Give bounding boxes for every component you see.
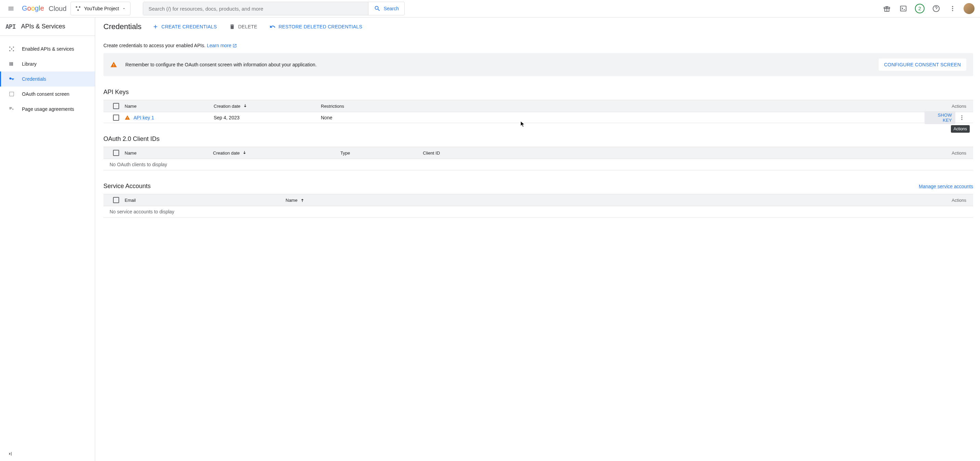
search-input[interactable] bbox=[143, 2, 368, 15]
sidebar-item-credentials[interactable]: Credentials bbox=[0, 71, 95, 87]
column-header-actions: Actions bbox=[924, 198, 969, 203]
svg-point-21 bbox=[961, 117, 963, 118]
select-all-checkbox[interactable] bbox=[113, 103, 119, 109]
empty-state: No OAuth clients to display bbox=[103, 159, 973, 170]
notifications-badge[interactable]: 2 bbox=[913, 2, 927, 15]
logo-cloud-text: Cloud bbox=[49, 5, 67, 13]
cloud-shell-icon[interactable] bbox=[896, 2, 910, 15]
search-bar[interactable]: Search bbox=[143, 2, 405, 15]
api-keys-table: Name Creation date Restrictions Actions … bbox=[103, 100, 973, 123]
sidebar-title: APIs & Services bbox=[21, 23, 65, 30]
library-icon bbox=[8, 61, 15, 67]
sidebar-item-label: Credentials bbox=[22, 76, 46, 82]
sidebar-item-library[interactable]: Library bbox=[0, 56, 95, 71]
search-button-label: Search bbox=[383, 6, 399, 11]
section-title-service-accounts: Service Accounts bbox=[103, 183, 151, 190]
section-title-api-keys: API Keys bbox=[103, 89, 973, 96]
column-header-client-id[interactable]: Client ID bbox=[423, 150, 924, 155]
key-icon bbox=[8, 76, 15, 82]
collapse-sidebar-button[interactable] bbox=[7, 451, 13, 457]
svg-point-14 bbox=[9, 50, 10, 51]
consent-banner: Remember to configure the OAuth consent … bbox=[103, 53, 973, 76]
svg-point-11 bbox=[11, 49, 12, 49]
svg-point-22 bbox=[961, 119, 963, 120]
column-header-actions: Actions bbox=[924, 104, 969, 109]
column-header-name[interactable]: Name bbox=[286, 197, 924, 203]
manage-service-accounts-link[interactable]: Manage service accounts bbox=[919, 184, 973, 189]
svg-rect-17 bbox=[11, 62, 12, 66]
svg-point-9 bbox=[952, 8, 953, 9]
intro-text: Create credentials to access your enable… bbox=[103, 36, 973, 53]
action-label: DELETE bbox=[238, 24, 257, 29]
row-actions-menu[interactable] bbox=[958, 113, 966, 122]
oauth-table: Name Creation date Type Client ID Action… bbox=[103, 147, 973, 170]
action-label: RESTORE DELETED CREDENTIALS bbox=[278, 24, 362, 29]
select-all-checkbox[interactable] bbox=[113, 197, 119, 203]
empty-state: No service accounts to display bbox=[103, 206, 973, 217]
consent-screen-icon bbox=[8, 91, 15, 97]
column-header-name[interactable]: Name bbox=[125, 104, 214, 109]
external-link-icon bbox=[232, 43, 237, 48]
api-icon: API bbox=[5, 23, 16, 30]
action-label: CREATE CREDENTIALS bbox=[161, 24, 217, 29]
hamburger-menu[interactable] bbox=[4, 2, 18, 15]
cell-created: Sep 4, 2023 bbox=[214, 115, 321, 120]
svg-rect-19 bbox=[10, 92, 14, 96]
service-accounts-table: Email Name Actions No service accounts t… bbox=[103, 194, 973, 217]
trial-count: 2 bbox=[915, 4, 924, 13]
svg-point-20 bbox=[961, 115, 963, 116]
project-icon bbox=[75, 5, 81, 12]
more-vert-icon bbox=[959, 114, 965, 121]
svg-point-3 bbox=[77, 9, 79, 11]
show-key-button[interactable]: SHOW KEY bbox=[924, 111, 955, 124]
restore-deleted-button[interactable]: RESTORE DELETED CREDENTIALS bbox=[268, 21, 364, 32]
sort-desc-icon bbox=[242, 103, 248, 109]
create-credentials-button[interactable]: CREATE CREDENTIALS bbox=[151, 21, 218, 32]
svg-rect-6 bbox=[900, 6, 906, 11]
section-title-oauth: OAuth 2.0 Client IDs bbox=[103, 135, 973, 143]
column-header-created[interactable]: Creation date bbox=[213, 150, 340, 155]
row-checkbox[interactable] bbox=[113, 114, 119, 121]
configure-consent-button[interactable]: CONFIGURE CONSENT SCREEN bbox=[879, 59, 966, 71]
gift-icon[interactable] bbox=[880, 2, 894, 15]
google-cloud-logo[interactable]: Google Cloud bbox=[22, 5, 67, 13]
warning-icon bbox=[125, 115, 130, 120]
more-vert-icon[interactable] bbox=[946, 2, 959, 15]
svg-point-13 bbox=[13, 46, 14, 48]
column-header-type[interactable]: Type bbox=[340, 150, 423, 155]
svg-point-15 bbox=[13, 50, 14, 51]
svg-point-10 bbox=[952, 10, 953, 11]
api-key-link[interactable]: API key 1 bbox=[134, 115, 154, 120]
svg-point-8 bbox=[952, 6, 953, 7]
sidebar-item-enabled-apis[interactable]: Enabled APIs & services bbox=[0, 41, 95, 56]
select-all-checkbox[interactable] bbox=[113, 150, 119, 156]
sort-desc-icon bbox=[242, 150, 247, 155]
sidebar-item-label: OAuth consent screen bbox=[22, 91, 70, 97]
svg-rect-16 bbox=[10, 62, 10, 66]
sort-asc-icon bbox=[300, 197, 305, 203]
banner-text: Remember to configure the OAuth consent … bbox=[125, 62, 870, 67]
help-icon[interactable] bbox=[929, 2, 943, 15]
actions-tooltip: Actions bbox=[951, 125, 970, 133]
chevron-down-icon bbox=[122, 6, 126, 11]
account-avatar[interactable] bbox=[962, 2, 976, 15]
sidebar-item-oauth-consent[interactable]: OAuth consent screen bbox=[0, 87, 95, 101]
learn-more-link[interactable]: Learn more bbox=[207, 43, 237, 48]
column-header-name[interactable]: Name bbox=[125, 150, 213, 155]
column-header-email[interactable]: Email bbox=[125, 198, 286, 203]
plus-icon bbox=[153, 24, 159, 30]
undo-icon bbox=[269, 24, 276, 30]
page-title: Credentials bbox=[103, 22, 142, 31]
svg-rect-18 bbox=[12, 62, 13, 66]
project-picker[interactable]: YouTube Project bbox=[70, 2, 130, 15]
search-button[interactable]: Search bbox=[368, 2, 404, 15]
column-header-created[interactable]: Creation date bbox=[214, 103, 321, 109]
sidebar-item-page-usage[interactable]: Page usage agreements bbox=[0, 101, 95, 117]
search-icon bbox=[374, 5, 381, 12]
warning-icon bbox=[110, 61, 117, 68]
svg-point-2 bbox=[79, 6, 81, 8]
column-header-restrictions[interactable]: Restrictions bbox=[321, 104, 924, 109]
cell-restrictions: None bbox=[321, 115, 924, 120]
delete-button[interactable]: DELETE bbox=[228, 21, 259, 32]
svg-point-1 bbox=[76, 6, 78, 8]
